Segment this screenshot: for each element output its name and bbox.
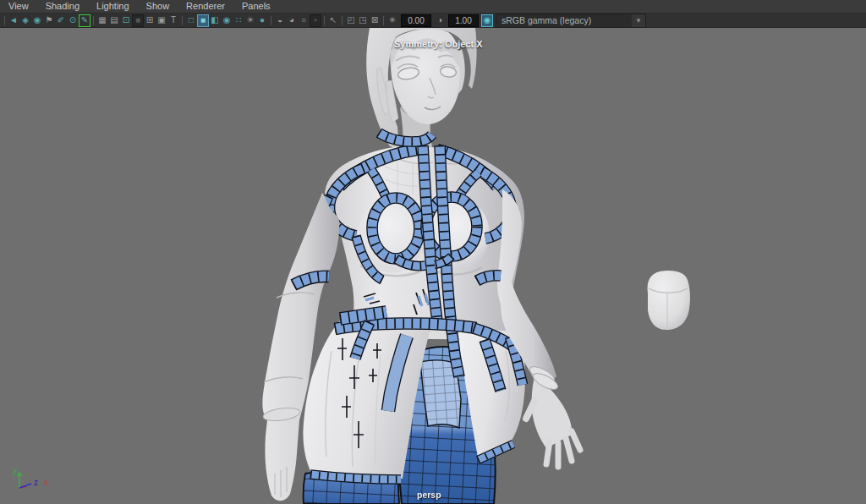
shadows-button[interactable]: ◒ — [274, 14, 286, 27]
isolate-select-button[interactable]: ↖ — [327, 14, 339, 27]
gamma-field[interactable]: 1.00 — [448, 14, 479, 27]
menu-shading[interactable]: Shading — [37, 0, 88, 14]
film-gate-button[interactable]: ▤ — [108, 14, 120, 27]
y-axis-label: y — [13, 466, 17, 475]
magnifier-icon: ⊙ — [69, 16, 76, 25]
all-lights-button[interactable]: ☀ — [244, 14, 256, 27]
lock-camera-button[interactable]: ◈ — [19, 14, 31, 27]
toolbar-separator — [342, 16, 343, 25]
flat-lighting-button[interactable]: ● — [256, 14, 268, 27]
motion-blur-icon: ○ — [301, 16, 306, 25]
menu-lighting[interactable]: Lighting — [88, 0, 138, 14]
image-plane-icon: ✐ — [58, 16, 64, 25]
textured-sphere-icon: ◉ — [223, 16, 231, 25]
occlusion-icon: ◕ — [289, 16, 294, 25]
menu-show[interactable]: Show — [138, 0, 178, 14]
symmetry-hud-label: Symmetry: Object X — [394, 39, 483, 49]
wireframe-display-button[interactable]: □ — [185, 14, 197, 27]
right-hand — [526, 364, 580, 467]
wireframe-cube-icon: □ — [189, 16, 194, 25]
hem-trim-left — [310, 474, 401, 479]
gate-mask-button[interactable]: ■ — [132, 14, 144, 27]
bookmark-view-button[interactable]: ⚑ — [43, 14, 55, 27]
menu-renderer[interactable]: Renderer — [178, 0, 233, 14]
field-chart-icon: ⊞ — [146, 16, 153, 25]
bookmark-icon: ⚑ — [46, 16, 53, 25]
contrast-icon: ◑ — [437, 16, 442, 25]
menu-panels[interactable]: Panels — [233, 0, 279, 14]
select-camera-button[interactable]: ◄ — [8, 14, 19, 27]
gate-mask-icon: ■ — [135, 16, 140, 25]
occlusion-button[interactable]: ◕ — [286, 14, 298, 27]
light-bulb-icon: ☀ — [247, 16, 255, 25]
cursor-icon: ↖ — [330, 16, 337, 25]
view-transform-dropdown[interactable]: sRGB gamma (legacy)▼ — [496, 14, 646, 28]
toolbar-separator — [182, 16, 183, 25]
view-axis-gizmo[interactable]: y z x — [2, 466, 54, 504]
y-axis — [17, 473, 22, 488]
textured-display-button[interactable]: ◉ — [221, 14, 233, 27]
film-gate-icon: ▤ — [110, 16, 118, 25]
menu-view[interactable]: View — [0, 0, 37, 14]
scene-canvas — [0, 28, 866, 504]
x-axis-label: x — [44, 478, 48, 487]
exposure-icon: ✳ — [389, 16, 396, 25]
xray-joints-button[interactable]: ◳ — [357, 14, 369, 27]
z-axis-label: z — [34, 478, 38, 487]
motion-blur-button[interactable]: ○ — [298, 14, 310, 27]
pencil-icon: ✎ — [81, 16, 88, 25]
multisample-icon: ▪ — [314, 16, 317, 25]
character-model[interactable] — [262, 28, 580, 504]
safe-title-button[interactable]: T — [167, 14, 179, 27]
exposure-button[interactable]: ✳ — [386, 14, 398, 27]
pan-zoom-button[interactable]: ⊙ — [67, 14, 79, 27]
contrast-button[interactable]: ◑ — [434, 14, 446, 27]
shaded-sphere-icon: ● — [260, 16, 265, 25]
field-chart-button[interactable]: ⊞ — [144, 14, 156, 27]
xray-icon: ◰ — [347, 16, 354, 25]
camera-lock-icon: ◈ — [22, 16, 29, 25]
toolbar-separator — [271, 16, 271, 25]
toolbar-separator — [4, 16, 5, 25]
multisample-button[interactable]: ▪ — [310, 14, 321, 27]
toolbar-separator — [324, 16, 325, 25]
viewport-toolbar: ◄◈◉⚑✐⊙✎▦▤⊡■⊞▣T□■◧◉∷☀●◒◕○▪↖◰◳⊠✳0.00◑1.00◉… — [0, 14, 866, 28]
xray-joints-icon: ◳ — [359, 16, 366, 25]
resolution-gate-icon: ⊡ — [123, 16, 129, 25]
half-sphere-icon: ◧ — [211, 16, 218, 25]
use-default-material-button[interactable]: ∷ — [233, 14, 244, 27]
safe-title-icon: T — [171, 16, 176, 25]
shadow-sphere-icon: ◒ — [277, 16, 282, 25]
exposure-field[interactable]: 0.00 — [401, 14, 431, 27]
xray-active-icon: ⊠ — [371, 16, 378, 25]
safe-action-icon: ▣ — [157, 16, 165, 25]
xray-button[interactable]: ◰ — [345, 14, 357, 27]
resolution-gate-button[interactable]: ⊡ — [120, 14, 132, 27]
xray-active-button[interactable]: ⊠ — [369, 14, 381, 27]
chevron-down-icon: ▼ — [632, 14, 645, 27]
grid-button[interactable]: ▦ — [96, 14, 108, 27]
gamma-toggle-button[interactable]: ◉ — [481, 14, 493, 27]
camera-name-label: persp — [417, 490, 441, 500]
gamma-on-icon: ◉ — [484, 16, 491, 25]
safe-action-button[interactable]: ▣ — [156, 14, 167, 27]
maya-viewport-window: ViewShadingLightingShowRendererPanels ◄◈… — [0, 0, 866, 504]
grid-icon: ▦ — [98, 16, 106, 25]
shaded-display-button[interactable]: ■ — [197, 14, 209, 27]
camera-icon: ◄ — [9, 16, 18, 25]
viewport-3d[interactable]: Symmetry: Object X persp y z x — [0, 28, 866, 504]
belt — [335, 323, 476, 329]
menu-bar: ViewShadingLightingShowRendererPanels — [0, 0, 866, 14]
wireframe-on-shaded-button[interactable]: ◧ — [209, 14, 221, 27]
image-plane-button[interactable]: ✐ — [55, 14, 67, 27]
toolbar-separator — [383, 16, 384, 25]
floating-cube-object[interactable] — [648, 271, 690, 330]
grease-pencil-button[interactable]: ✎ — [79, 14, 90, 27]
camera-attributes-button[interactable]: ◉ — [31, 14, 43, 27]
view-transform-value: sRGB gamma (legacy) — [496, 15, 632, 25]
dotted-sphere-icon: ∷ — [236, 16, 241, 25]
shaded-cube-icon: ■ — [200, 16, 206, 25]
toolbar-separator — [93, 16, 94, 25]
camera-attributes-icon: ◉ — [34, 16, 41, 25]
